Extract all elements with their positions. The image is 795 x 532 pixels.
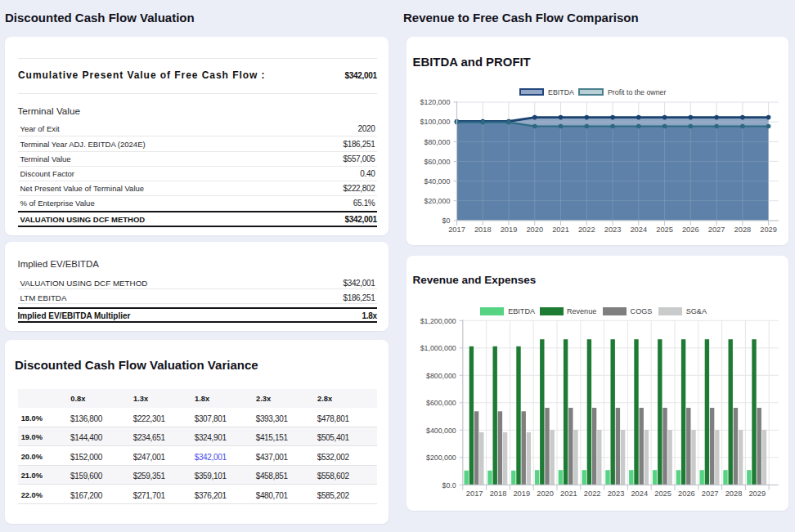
svg-text:2022: 2022 xyxy=(584,490,601,498)
svg-text:2029: 2029 xyxy=(760,226,777,234)
svg-text:2024: 2024 xyxy=(630,226,647,234)
svg-text:2022: 2022 xyxy=(578,226,595,234)
svg-text:2029: 2029 xyxy=(748,490,766,498)
svg-text:$0: $0 xyxy=(442,217,451,225)
svg-text:2021: 2021 xyxy=(552,226,569,234)
svg-text:2023: 2023 xyxy=(608,490,625,498)
svg-text:2025: 2025 xyxy=(654,490,671,498)
svg-text:2024: 2024 xyxy=(631,490,648,498)
svg-text:2019: 2019 xyxy=(513,490,530,498)
svg-text:$60,000: $60,000 xyxy=(424,158,450,166)
svg-text:2026: 2026 xyxy=(682,226,699,234)
svg-text:$100,000: $100,000 xyxy=(420,118,451,126)
svg-text:$40,000: $40,000 xyxy=(424,177,450,186)
svg-text:$1,200,000: $1,200,000 xyxy=(420,317,456,325)
svg-text:2027: 2027 xyxy=(702,490,719,498)
svg-text:$800,000: $800,000 xyxy=(426,372,456,380)
svg-text:2017: 2017 xyxy=(466,490,483,498)
svg-text:2019: 2019 xyxy=(501,226,518,234)
svg-text:$600,000: $600,000 xyxy=(426,399,456,407)
svg-text:$400,000: $400,000 xyxy=(426,427,456,435)
svg-text:$20,000: $20,000 xyxy=(424,197,450,205)
svg-text:2020: 2020 xyxy=(537,490,554,498)
svg-text:2018: 2018 xyxy=(474,226,492,234)
svg-text:$120,000: $120,000 xyxy=(420,98,451,106)
svg-text:2028: 2028 xyxy=(725,490,743,498)
svg-text:2020: 2020 xyxy=(526,226,543,234)
svg-text:2028: 2028 xyxy=(734,226,752,234)
svg-text:$200,000: $200,000 xyxy=(426,454,456,462)
svg-text:$80,000: $80,000 xyxy=(424,138,450,146)
svg-text:2025: 2025 xyxy=(656,226,673,234)
svg-text:2017: 2017 xyxy=(448,226,465,234)
svg-text:2023: 2023 xyxy=(604,226,622,234)
svg-text:$1,000,000: $1,000,000 xyxy=(420,344,456,352)
svg-text:2027: 2027 xyxy=(708,226,725,234)
svg-text:2018: 2018 xyxy=(490,490,507,498)
svg-text:$0.0: $0.0 xyxy=(442,481,456,490)
svg-text:2021: 2021 xyxy=(560,490,577,498)
svg-text:2026: 2026 xyxy=(678,490,695,498)
